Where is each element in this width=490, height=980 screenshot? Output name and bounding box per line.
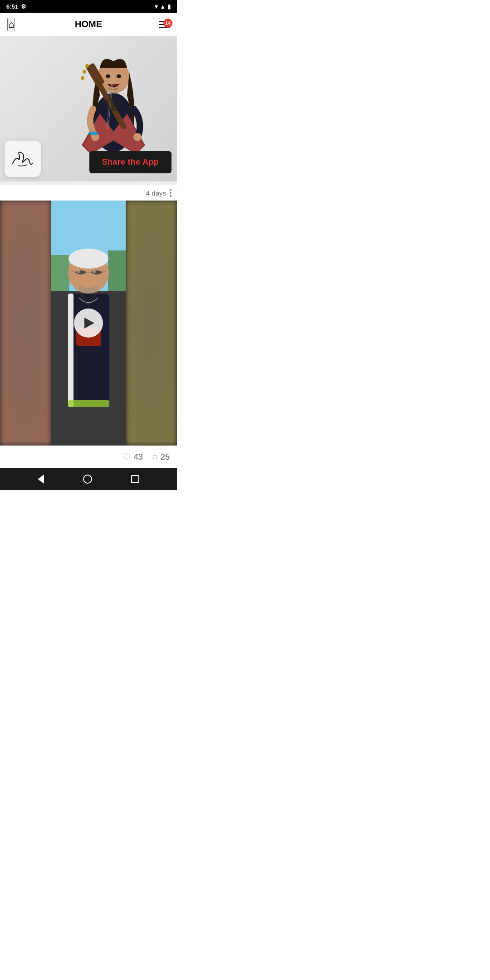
- svg-rect-13: [89, 132, 98, 135]
- likes-count: 43: [134, 452, 143, 462]
- svg-point-24: [77, 270, 80, 273]
- recents-nav-button[interactable]: [131, 475, 139, 483]
- svg-point-11: [83, 70, 86, 74]
- signal-icon: ▲: [160, 3, 166, 10]
- system-navigation-bar: [0, 468, 177, 490]
- status-bar-right: ▾ ▲ ▮: [155, 3, 171, 10]
- heart-icon: ♡: [122, 451, 131, 463]
- home-nav-circle-button[interactable]: [83, 475, 92, 484]
- comments-count: 25: [161, 452, 170, 462]
- home-circle-icon: [83, 475, 92, 484]
- video-right-blur: [126, 201, 177, 446]
- svg-rect-16: [51, 255, 69, 291]
- svg-rect-17: [108, 250, 126, 291]
- comment-action[interactable]: ○ 25: [152, 451, 170, 463]
- post-timestamp: 4 days: [146, 189, 166, 197]
- artist-signature-badge: [5, 141, 41, 177]
- comment-icon: ○: [152, 451, 158, 463]
- back-nav-button[interactable]: [38, 475, 44, 484]
- menu-button[interactable]: 14: [159, 21, 170, 28]
- play-triangle-icon: [84, 318, 94, 328]
- svg-point-2: [106, 74, 110, 78]
- battery-icon: ▮: [167, 3, 171, 10]
- status-bar: 6:51 ⚙ ▾ ▲ ▮: [0, 0, 177, 13]
- video-left-blur: [0, 201, 51, 446]
- svg-point-25: [93, 270, 96, 273]
- settings-icon: ⚙: [21, 3, 26, 10]
- recents-square-icon: [131, 475, 139, 483]
- svg-point-10: [85, 64, 89, 68]
- hero-banner: Share the App: [0, 36, 177, 181]
- status-time: 6:51: [6, 3, 18, 10]
- svg-point-12: [81, 76, 84, 80]
- svg-point-8: [133, 133, 142, 141]
- back-icon: [38, 475, 44, 484]
- play-button[interactable]: [74, 309, 103, 338]
- share-button-wrapper: Share the App: [89, 151, 172, 173]
- like-action[interactable]: ♡ 43: [122, 451, 143, 463]
- svg-point-3: [117, 74, 121, 78]
- video-post[interactable]: [0, 201, 177, 446]
- share-app-button[interactable]: Share the App: [89, 151, 172, 173]
- page-title: HOME: [75, 19, 102, 29]
- svg-rect-27: [68, 294, 74, 407]
- home-nav-button[interactable]: ⌂: [7, 18, 15, 31]
- svg-point-20: [69, 249, 108, 269]
- more-options-button[interactable]: [170, 189, 172, 197]
- nav-bar: ⌂ HOME 14: [0, 13, 177, 36]
- status-bar-left: 6:51 ⚙: [6, 3, 26, 10]
- hero-background: Share the App: [0, 36, 177, 181]
- notification-badge: 14: [163, 19, 172, 28]
- post-actions-bar: ♡ 43 ○ 25: [0, 446, 177, 468]
- svg-point-14: [104, 98, 122, 111]
- section-divider: [0, 181, 177, 185]
- svg-rect-28: [68, 400, 109, 407]
- wifi-icon: ▾: [155, 3, 158, 10]
- post-meta-row: 4 days: [0, 185, 177, 201]
